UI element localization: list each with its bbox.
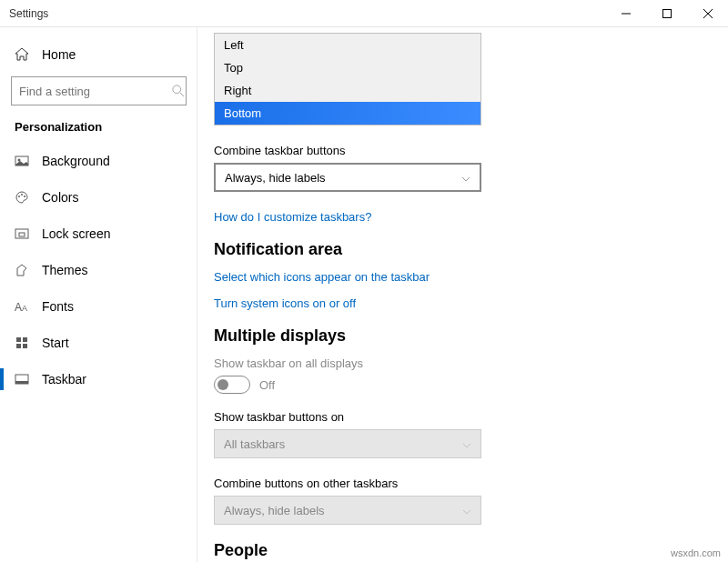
svg-rect-17 (16, 344, 21, 348)
customize-link[interactable]: How do I customize taskbars? (214, 210, 701, 224)
start-icon (15, 336, 29, 350)
svg-rect-20 (15, 381, 28, 384)
dropdown-option-bottom[interactable]: Bottom (215, 102, 480, 125)
sidebar-item-start[interactable]: Start (0, 325, 197, 361)
combine-combobox[interactable]: Always, hide labels (214, 163, 481, 192)
nav-label: Themes (42, 263, 88, 277)
taskbar-icon (15, 372, 29, 386)
nav-label: Colors (42, 190, 78, 205)
palette-icon (15, 190, 29, 205)
select-icons-link[interactable]: Select which icons appear on the taskbar (214, 270, 701, 284)
svg-point-9 (21, 194, 23, 196)
main-panel: Left Top Right Bottom Combine taskbar bu… (197, 27, 728, 562)
multi-buttons-label: Show taskbar buttons on (214, 410, 701, 424)
svg-rect-1 (662, 9, 671, 17)
multi-show-state: Off (259, 378, 275, 392)
sidebar-item-lockscreen[interactable]: Lock screen (0, 216, 197, 252)
multi-show-toggle-row: Off (214, 376, 701, 394)
lockscreen-icon (15, 226, 29, 241)
combine-value: Always, hide labels (225, 171, 326, 185)
close-button[interactable] (687, 0, 728, 27)
sidebar: Home Personalization Background Colors L… (0, 27, 197, 562)
themes-icon (15, 263, 29, 277)
fonts-icon: AA (15, 299, 29, 314)
nav-label: Taskbar (42, 372, 86, 386)
chevron-down-icon (462, 439, 471, 448)
maximize-button[interactable] (646, 0, 687, 27)
svg-point-4 (173, 85, 181, 94)
people-heading: People (214, 541, 701, 560)
home-icon (15, 47, 29, 62)
svg-rect-18 (23, 344, 27, 348)
titlebar: Settings (0, 0, 728, 27)
svg-line-5 (180, 93, 184, 96)
svg-rect-12 (19, 233, 25, 236)
multi-combine-combobox: Always, hide labels (214, 496, 481, 525)
svg-text:A: A (15, 301, 22, 314)
svg-point-10 (24, 196, 25, 197)
system-icons-link[interactable]: Turn system icons on or off (214, 296, 701, 310)
sidebar-item-colors[interactable]: Colors (0, 179, 197, 216)
nav-label: Lock screen (42, 226, 110, 241)
search-box[interactable] (11, 76, 187, 105)
watermark: wsxdn.com (671, 547, 721, 558)
combine-label: Combine taskbar buttons (214, 144, 701, 157)
chevron-down-icon (462, 506, 471, 515)
nav-label: Start (42, 336, 69, 350)
dropdown-option-right[interactable]: Right (215, 79, 480, 102)
section-label: Personalization (0, 115, 197, 143)
sidebar-item-themes[interactable]: Themes (0, 252, 197, 288)
multi-show-label: Show taskbar on all displays (214, 356, 701, 370)
svg-rect-15 (16, 337, 21, 342)
svg-point-8 (18, 196, 20, 197)
search-icon (172, 85, 185, 97)
dropdown-option-top[interactable]: Top (215, 56, 480, 79)
nav-label: Background (42, 154, 110, 168)
multi-show-toggle (214, 376, 250, 394)
svg-text:A: A (22, 304, 27, 313)
multi-combine-value: Always, hide labels (224, 504, 325, 517)
home-button[interactable]: Home (0, 36, 197, 73)
sidebar-item-fonts[interactable]: AA Fonts (0, 288, 197, 325)
svg-rect-16 (23, 337, 27, 342)
window-title: Settings (0, 7, 605, 20)
minimize-button[interactable] (605, 0, 646, 27)
picture-icon (15, 154, 29, 168)
dropdown-option-left[interactable]: Left (215, 34, 480, 56)
sidebar-item-taskbar[interactable]: Taskbar (0, 361, 197, 397)
taskbar-location-dropdown[interactable]: Left Top Right Bottom (214, 33, 481, 125)
sidebar-item-background[interactable]: Background (0, 143, 197, 179)
home-label: Home (42, 47, 76, 62)
multi-combine-label: Combine buttons on other taskbars (214, 477, 701, 490)
nav-label: Fonts (42, 299, 74, 314)
multi-buttons-combobox: All taskbars (214, 429, 481, 458)
notification-heading: Notification area (214, 240, 701, 259)
search-input[interactable] (19, 85, 172, 98)
multi-buttons-value: All taskbars (224, 437, 285, 451)
chevron-down-icon (461, 173, 470, 182)
multiple-displays-heading: Multiple displays (214, 326, 701, 346)
